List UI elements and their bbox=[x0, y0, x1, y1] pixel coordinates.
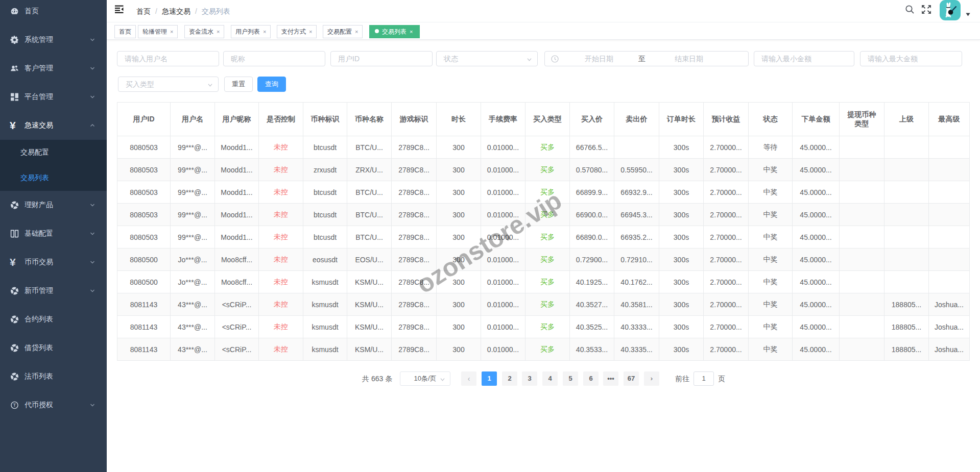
svg-text:T: T bbox=[13, 402, 16, 408]
